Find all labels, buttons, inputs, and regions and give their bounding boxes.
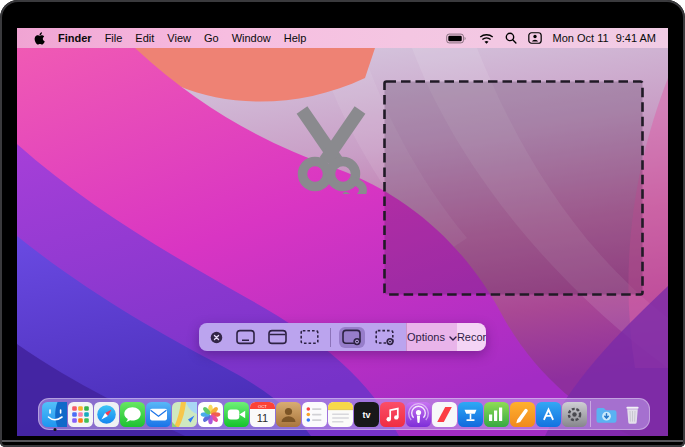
capture-selected-window-button[interactable] (265, 327, 290, 347)
display: FinderFileEditViewGoWindowHelp Mon Oct 1… (17, 28, 668, 436)
status-icons (446, 32, 542, 44)
calendar-dock-icon[interactable]: OCT11 (250, 402, 275, 427)
photos-dock-icon[interactable] (198, 402, 223, 427)
apple-logo[interactable] (34, 32, 45, 45)
menu-left: FinderFileEditViewGoWindowHelp (17, 32, 306, 45)
options-label: Options (407, 331, 445, 343)
dock-divider (590, 401, 591, 427)
chevron-down-icon (449, 331, 457, 343)
capture-selection-region[interactable] (383, 80, 644, 296)
menu-item-help[interactable]: Help (284, 32, 307, 44)
record-selected-portion-button[interactable] (372, 327, 398, 348)
facetime-dock-icon[interactable] (224, 402, 249, 427)
dock: OCT11tv (38, 398, 650, 430)
record-button[interactable]: Record (457, 323, 486, 351)
music-dock-icon[interactable] (380, 402, 405, 427)
launchpad-dock-icon[interactable] (68, 402, 93, 427)
svg-text:OCT: OCT (258, 403, 267, 408)
menu-bar: FinderFileEditViewGoWindowHelp Mon Oct 1… (17, 28, 668, 48)
clock-time: 9:41 AM (616, 32, 656, 44)
menu-item-window[interactable]: Window (232, 32, 271, 44)
mail-dock-icon[interactable] (146, 402, 171, 427)
menu-bar-clock[interactable]: Mon Oct 11 9:41 AM (553, 32, 656, 44)
news-dock-icon[interactable] (432, 402, 457, 427)
svg-text:tv: tv (362, 410, 370, 420)
reminders-dock-icon[interactable] (302, 402, 327, 427)
system-preferences-dock-icon[interactable] (562, 402, 587, 427)
record-label: Record (457, 331, 486, 343)
options-button[interactable]: Options (406, 323, 457, 351)
finder-dock-icon[interactable] (42, 402, 67, 427)
menu-item-view[interactable]: View (167, 32, 191, 44)
menu-item-go[interactable]: Go (204, 32, 219, 44)
svg-text:11: 11 (257, 411, 268, 423)
messages-dock-icon[interactable] (120, 402, 145, 427)
notes-dock-icon[interactable] (328, 402, 353, 427)
toolbar-capture-group (199, 323, 406, 351)
close-button[interactable] (207, 329, 226, 346)
running-indicator (53, 428, 56, 431)
capture-entire-screen-button[interactable] (233, 327, 258, 347)
menu-item-file[interactable]: File (105, 32, 123, 44)
user-switch-icon[interactable] (528, 32, 542, 44)
menu-item-edit[interactable]: Edit (135, 32, 154, 44)
clock-date: Mon Oct 11 (553, 32, 609, 44)
menu-item-finder[interactable]: Finder (58, 32, 92, 44)
app-store-dock-icon[interactable] (536, 402, 561, 427)
maps-dock-icon[interactable] (172, 402, 197, 427)
keynote-dock-icon[interactable] (458, 402, 483, 427)
contacts-dock-icon[interactable] (276, 402, 301, 427)
record-entire-screen-button[interactable] (339, 327, 365, 348)
macbook-screenshot: FinderFileEditViewGoWindowHelp Mon Oct 1… (0, 0, 685, 447)
scissors-icon (292, 106, 370, 194)
numbers-dock-icon[interactable] (484, 402, 509, 427)
screenshot-toolbar: Options Record (199, 323, 486, 351)
tv-dock-icon[interactable]: tv (354, 402, 379, 427)
podcasts-dock-icon[interactable] (406, 402, 431, 427)
menu-bar-status: Mon Oct 11 9:41 AM (446, 32, 668, 44)
spotlight-search-icon[interactable] (505, 32, 517, 44)
safari-dock-icon[interactable] (94, 402, 119, 427)
capture-selected-portion-button[interactable] (297, 327, 322, 347)
toolbar-divider (330, 328, 331, 347)
hinge-line (2, 440, 683, 442)
pages-dock-icon[interactable] (510, 402, 535, 427)
battery-icon[interactable] (446, 33, 468, 44)
downloads-dock-icon[interactable] (594, 402, 619, 427)
trash-dock-icon[interactable] (620, 402, 645, 427)
wifi-icon[interactable] (479, 33, 494, 44)
